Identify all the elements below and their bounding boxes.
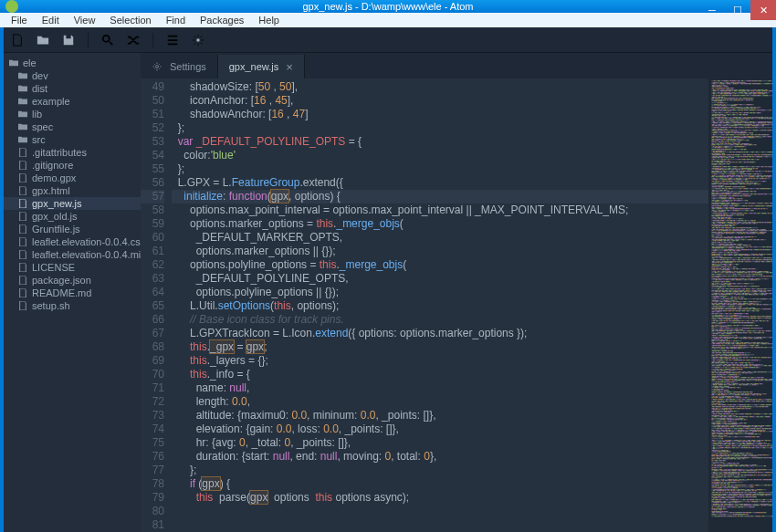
- menu-file[interactable]: File: [4, 13, 35, 27]
- menu-help[interactable]: Help: [251, 13, 287, 27]
- tree-item-label: src: [32, 134, 46, 145]
- menu-bar: FileEditViewSelectionFindPackagesHelp: [0, 13, 776, 27]
- tab-settings[interactable]: Settings: [141, 55, 218, 78]
- tab-gpx-new[interactable]: gpx_new.js ×: [218, 55, 305, 78]
- tree-item-label: gpx_old.js: [32, 211, 78, 222]
- tree-item-label: leaflet.elevation-0.0.4.min.js: [32, 249, 141, 260]
- window-titlebar: gpx_new.js - D:\wamp\www\ele - Atom ─ ☐ …: [0, 0, 776, 13]
- tree-item[interactable]: leaflet.elevation-0.0.4.min.js: [4, 248, 141, 261]
- tree-item[interactable]: Gruntfile.js: [4, 223, 141, 235]
- file-icon: [18, 212, 27, 221]
- tree-item[interactable]: package.json: [4, 274, 141, 287]
- menu-find[interactable]: Find: [159, 13, 193, 27]
- file-icon: [18, 263, 27, 272]
- menu-selection[interactable]: Selection: [102, 13, 158, 27]
- tree-item[interactable]: leaflet.elevation-0.0.4.css: [4, 235, 141, 248]
- tree-item-label: spec: [32, 121, 53, 132]
- tree-item[interactable]: gpx_old.js: [4, 210, 141, 223]
- settings-icon[interactable]: [192, 34, 204, 47]
- tree-item[interactable]: README.md: [4, 287, 141, 299]
- maximize-button[interactable]: ☐: [725, 0, 750, 20]
- file-icon: [18, 301, 27, 310]
- minimap[interactable]: ████████████████████████████████████████…: [708, 78, 772, 532]
- close-button[interactable]: ✕: [750, 0, 776, 20]
- tree-root-label: ele: [23, 57, 37, 68]
- tree-item[interactable]: src: [4, 133, 141, 146]
- file-icon: [18, 186, 27, 195]
- file-tree[interactable]: ele devdistexamplelibspecsrc.gitattribut…: [4, 53, 141, 532]
- window-title: gpx_new.js - D:\wamp\www\ele - Atom: [0, 1, 776, 12]
- save-icon[interactable]: [62, 34, 75, 47]
- tree-item[interactable]: .gitignore: [4, 159, 141, 172]
- tree-item-label: README.md: [32, 287, 91, 298]
- file-icon: [18, 250, 27, 259]
- file-icon: [18, 148, 27, 157]
- tree-item-label: dist: [32, 83, 47, 94]
- tree-item-label: .gitignore: [32, 160, 73, 171]
- code-content[interactable]: shadowSize: [50 , 50], iconAnchor: [16 ,…: [172, 78, 708, 532]
- gear-icon: [152, 61, 163, 72]
- folder-icon: [18, 97, 27, 106]
- tree-item-label: demo.gpx: [32, 172, 76, 183]
- tree-item[interactable]: lib: [4, 108, 141, 120]
- folder-icon: [9, 58, 18, 68]
- new-file-icon[interactable]: [11, 34, 24, 47]
- folder-icon: [18, 122, 27, 131]
- tree-root[interactable]: ele: [4, 57, 141, 69]
- tree-item-label: leaflet.elevation-0.0.4.css: [32, 236, 141, 247]
- svg-point-1: [196, 38, 200, 42]
- code-editor[interactable]: 4950515253545556575859606162636465666768…: [141, 78, 708, 532]
- svg-point-2: [156, 66, 159, 68]
- tree-item-label: lib: [32, 109, 42, 120]
- folder-icon: [18, 71, 27, 80]
- minimize-button[interactable]: ─: [699, 0, 725, 20]
- menu-packages[interactable]: Packages: [193, 13, 251, 27]
- folder-icon: [18, 84, 27, 93]
- tree-item[interactable]: LICENSE: [4, 261, 141, 274]
- menu-edit[interactable]: Edit: [35, 13, 67, 27]
- tree-item-label: dev: [32, 70, 48, 81]
- folder-icon: [18, 110, 27, 119]
- open-folder-icon[interactable]: [37, 34, 49, 47]
- toolbar: [4, 27, 772, 53]
- tree-item[interactable]: setup.sh: [4, 299, 141, 312]
- tree-item[interactable]: example: [4, 95, 141, 108]
- tree-item-label: gpx.html: [32, 185, 70, 196]
- line-gutter: 4950515253545556575859606162636465666768…: [141, 78, 172, 532]
- tree-item[interactable]: gpx.html: [4, 184, 141, 197]
- search-icon[interactable]: [101, 34, 114, 47]
- tree-item[interactable]: dev: [4, 69, 141, 82]
- close-tab-icon[interactable]: ×: [286, 60, 293, 74]
- file-icon: [18, 199, 27, 208]
- tree-item-label: Gruntfile.js: [32, 224, 80, 235]
- folder-icon: [18, 135, 27, 144]
- file-icon: [18, 237, 27, 246]
- shuffle-icon[interactable]: [127, 34, 140, 47]
- tab-label: gpx_new.js: [229, 61, 278, 72]
- list-icon[interactable]: [166, 34, 179, 47]
- tree-item[interactable]: gpx_new.js: [4, 197, 141, 210]
- file-icon: [18, 161, 27, 170]
- file-icon: [18, 224, 27, 234]
- tree-item[interactable]: .gitattributes: [4, 146, 141, 159]
- tree-item-label: LICENSE: [32, 262, 75, 273]
- menu-view[interactable]: View: [67, 13, 103, 27]
- tree-item-label: package.json: [32, 275, 91, 286]
- tree-item-label: .gitattributes: [32, 147, 87, 158]
- tree-item-label: gpx_new.js: [32, 198, 81, 209]
- editor-tabs: Settings gpx_new.js ×: [141, 53, 772, 78]
- file-icon: [18, 276, 27, 285]
- file-icon: [18, 173, 27, 183]
- svg-point-0: [103, 35, 110, 41]
- file-icon: [18, 288, 27, 297]
- tree-item-label: example: [32, 96, 70, 107]
- tree-item[interactable]: dist: [4, 82, 141, 95]
- tree-item-label: setup.sh: [32, 300, 70, 311]
- tree-item[interactable]: spec: [4, 120, 141, 133]
- tab-label: Settings: [170, 61, 206, 72]
- tree-item[interactable]: demo.gpx: [4, 172, 141, 184]
